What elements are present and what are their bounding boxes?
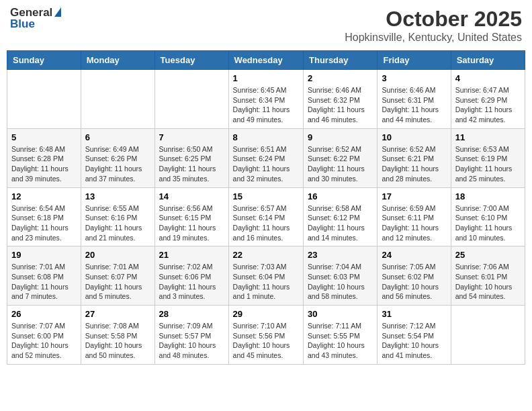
- day-number: 24: [382, 250, 446, 260]
- calendar-cell: 11Sunrise: 6:53 AM Sunset: 6:19 PM Dayli…: [451, 128, 525, 187]
- weekday-header: Tuesday: [154, 51, 228, 70]
- day-info: Sunrise: 7:11 AM Sunset: 5:55 PM Dayligh…: [308, 321, 373, 361]
- day-number: 12: [11, 191, 77, 201]
- day-number: 26: [11, 309, 77, 319]
- day-number: 28: [159, 309, 224, 319]
- day-info: Sunrise: 6:48 AM Sunset: 6:28 PM Dayligh…: [11, 144, 77, 184]
- day-number: 19: [11, 250, 77, 260]
- calendar-cell: 15Sunrise: 6:57 AM Sunset: 6:14 PM Dayli…: [228, 187, 303, 246]
- calendar-week-row: 12Sunrise: 6:54 AM Sunset: 6:18 PM Dayli…: [7, 187, 525, 246]
- logo-arrow-icon: [54, 7, 61, 17]
- day-info: Sunrise: 7:08 AM Sunset: 5:58 PM Dayligh…: [85, 321, 150, 361]
- calendar-cell: [7, 70, 81, 129]
- weekday-header: Friday: [378, 51, 451, 70]
- calendar-cell: 12Sunrise: 6:54 AM Sunset: 6:18 PM Dayli…: [7, 187, 81, 246]
- day-number: 25: [455, 250, 521, 260]
- day-number: 23: [308, 250, 373, 260]
- calendar-cell: 24Sunrise: 7:05 AM Sunset: 6:02 PM Dayli…: [378, 246, 451, 306]
- calendar-cell: 28Sunrise: 7:09 AM Sunset: 5:57 PM Dayli…: [154, 306, 228, 365]
- calendar-cell: 7Sunrise: 6:50 AM Sunset: 6:25 PM Daylig…: [154, 128, 228, 187]
- day-info: Sunrise: 6:55 AM Sunset: 6:16 PM Dayligh…: [85, 203, 150, 243]
- weekday-header: Thursday: [304, 51, 378, 70]
- day-number: 21: [159, 250, 224, 260]
- day-number: 14: [159, 191, 224, 201]
- page-header: General Blue October 2025 Hopkinsville, …: [7, 7, 525, 44]
- day-info: Sunrise: 6:53 AM Sunset: 6:19 PM Dayligh…: [455, 144, 521, 184]
- day-info: Sunrise: 6:45 AM Sunset: 6:34 PM Dayligh…: [233, 85, 299, 125]
- day-info: Sunrise: 7:03 AM Sunset: 6:04 PM Dayligh…: [233, 262, 299, 302]
- day-info: Sunrise: 7:07 AM Sunset: 6:00 PM Dayligh…: [11, 321, 77, 361]
- calendar-cell: 22Sunrise: 7:03 AM Sunset: 6:04 PM Dayli…: [228, 246, 303, 306]
- day-number: 18: [455, 191, 521, 201]
- calendar-week-row: 5Sunrise: 6:48 AM Sunset: 6:28 PM Daylig…: [7, 128, 525, 187]
- day-number: 31: [382, 309, 446, 319]
- calendar-cell: 4Sunrise: 6:47 AM Sunset: 6:29 PM Daylig…: [451, 70, 525, 129]
- calendar-cell: 9Sunrise: 6:52 AM Sunset: 6:22 PM Daylig…: [304, 128, 378, 187]
- calendar-cell: 13Sunrise: 6:55 AM Sunset: 6:16 PM Dayli…: [81, 187, 154, 246]
- calendar-cell: 18Sunrise: 7:00 AM Sunset: 6:10 PM Dayli…: [451, 187, 525, 246]
- weekday-header: Sunday: [7, 51, 81, 70]
- day-info: Sunrise: 6:59 AM Sunset: 6:11 PM Dayligh…: [382, 203, 446, 243]
- calendar-cell: 5Sunrise: 6:48 AM Sunset: 6:28 PM Daylig…: [7, 128, 81, 187]
- day-info: Sunrise: 7:09 AM Sunset: 5:57 PM Dayligh…: [159, 321, 224, 361]
- day-info: Sunrise: 6:54 AM Sunset: 6:18 PM Dayligh…: [11, 203, 77, 243]
- day-info: Sunrise: 6:50 AM Sunset: 6:25 PM Dayligh…: [159, 144, 224, 184]
- weekday-header: Monday: [81, 51, 154, 70]
- calendar-cell: 2Sunrise: 6:46 AM Sunset: 6:32 PM Daylig…: [304, 70, 378, 129]
- calendar-cell: 31Sunrise: 7:12 AM Sunset: 5:54 PM Dayli…: [378, 306, 451, 365]
- day-number: 9: [308, 132, 373, 142]
- calendar-week-row: 26Sunrise: 7:07 AM Sunset: 6:00 PM Dayli…: [7, 306, 525, 365]
- calendar-cell: 26Sunrise: 7:07 AM Sunset: 6:00 PM Dayli…: [7, 306, 81, 365]
- day-number: 30: [308, 309, 373, 319]
- day-info: Sunrise: 7:01 AM Sunset: 6:08 PM Dayligh…: [11, 262, 77, 302]
- day-number: 27: [85, 309, 150, 319]
- day-info: Sunrise: 6:57 AM Sunset: 6:14 PM Dayligh…: [233, 203, 299, 243]
- calendar-cell: 30Sunrise: 7:11 AM Sunset: 5:55 PM Dayli…: [304, 306, 378, 365]
- day-number: 3: [382, 73, 446, 83]
- weekday-header: Saturday: [451, 51, 525, 70]
- day-info: Sunrise: 7:04 AM Sunset: 6:03 PM Dayligh…: [308, 262, 373, 302]
- day-info: Sunrise: 7:05 AM Sunset: 6:02 PM Dayligh…: [382, 262, 446, 302]
- day-number: 13: [85, 191, 150, 201]
- day-info: Sunrise: 6:56 AM Sunset: 6:15 PM Dayligh…: [159, 203, 224, 243]
- calendar-cell: [81, 70, 154, 129]
- day-info: Sunrise: 7:10 AM Sunset: 5:56 PM Dayligh…: [233, 321, 299, 361]
- calendar-cell: 14Sunrise: 6:56 AM Sunset: 6:15 PM Dayli…: [154, 187, 228, 246]
- month-title: October 2025: [345, 7, 522, 32]
- calendar-cell: 8Sunrise: 6:51 AM Sunset: 6:24 PM Daylig…: [228, 128, 303, 187]
- day-number: 8: [233, 132, 299, 142]
- weekday-header-row: SundayMondayTuesdayWednesdayThursdayFrid…: [7, 51, 525, 70]
- calendar-cell: 21Sunrise: 7:02 AM Sunset: 6:06 PM Dayli…: [154, 246, 228, 306]
- day-info: Sunrise: 6:46 AM Sunset: 6:32 PM Dayligh…: [308, 85, 373, 125]
- day-info: Sunrise: 6:52 AM Sunset: 6:22 PM Dayligh…: [308, 144, 373, 184]
- day-info: Sunrise: 7:02 AM Sunset: 6:06 PM Dayligh…: [159, 262, 224, 302]
- day-number: 17: [382, 191, 446, 201]
- day-number: 29: [233, 309, 299, 319]
- calendar-cell: 27Sunrise: 7:08 AM Sunset: 5:58 PM Dayli…: [81, 306, 154, 365]
- day-number: 16: [308, 191, 373, 201]
- calendar-cell: 3Sunrise: 6:46 AM Sunset: 6:31 PM Daylig…: [378, 70, 451, 129]
- logo-blue-text: Blue: [10, 18, 61, 31]
- logo: General Blue: [10, 7, 61, 30]
- day-number: 4: [455, 73, 521, 83]
- calendar-week-row: 19Sunrise: 7:01 AM Sunset: 6:08 PM Dayli…: [7, 246, 525, 306]
- calendar-cell: 25Sunrise: 7:06 AM Sunset: 6:01 PM Dayli…: [451, 246, 525, 306]
- day-info: Sunrise: 6:52 AM Sunset: 6:21 PM Dayligh…: [382, 144, 446, 184]
- day-info: Sunrise: 6:58 AM Sunset: 6:12 PM Dayligh…: [308, 203, 373, 243]
- day-info: Sunrise: 6:47 AM Sunset: 6:29 PM Dayligh…: [455, 85, 521, 125]
- calendar-cell: 16Sunrise: 6:58 AM Sunset: 6:12 PM Dayli…: [304, 187, 378, 246]
- day-info: Sunrise: 6:46 AM Sunset: 6:31 PM Dayligh…: [382, 85, 446, 125]
- calendar-cell: 29Sunrise: 7:10 AM Sunset: 5:56 PM Dayli…: [228, 306, 303, 365]
- calendar-cell: 23Sunrise: 7:04 AM Sunset: 6:03 PM Dayli…: [304, 246, 378, 306]
- title-section: October 2025 Hopkinsville, Kentucky, Uni…: [345, 7, 522, 44]
- calendar-cell: 6Sunrise: 6:49 AM Sunset: 6:26 PM Daylig…: [81, 128, 154, 187]
- day-info: Sunrise: 6:51 AM Sunset: 6:24 PM Dayligh…: [233, 144, 299, 184]
- day-number: 7: [159, 132, 224, 142]
- day-info: Sunrise: 6:49 AM Sunset: 6:26 PM Dayligh…: [85, 144, 150, 184]
- calendar-cell: 19Sunrise: 7:01 AM Sunset: 6:08 PM Dayli…: [7, 246, 81, 306]
- calendar-table: SundayMondayTuesdayWednesdayThursdayFrid…: [7, 50, 525, 365]
- day-number: 22: [233, 250, 299, 260]
- day-number: 15: [233, 191, 299, 201]
- day-info: Sunrise: 7:01 AM Sunset: 6:07 PM Dayligh…: [85, 262, 150, 302]
- day-number: 2: [308, 73, 373, 83]
